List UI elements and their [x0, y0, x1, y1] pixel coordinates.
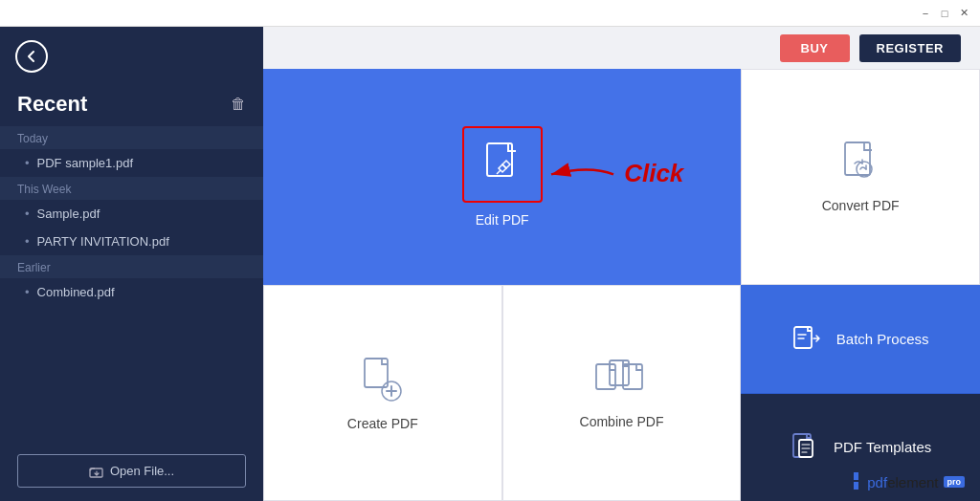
convert-pdf-icon — [839, 141, 881, 188]
batch-process-card[interactable]: Batch Process — [741, 285, 980, 393]
section-today: Today — [0, 126, 263, 149]
brand-logo: pdfelement pro — [843, 472, 965, 491]
trash-icon[interactable]: 🗑 — [231, 96, 246, 113]
svg-rect-3 — [845, 142, 870, 175]
click-annotation: Click — [542, 159, 683, 188]
buy-button[interactable]: BUY — [780, 34, 850, 62]
feature-grid: Edit PDF Click — [263, 69, 980, 501]
edit-icon-box — [462, 126, 543, 203]
back-button[interactable] — [15, 40, 48, 73]
main-content: BUY REGISTER Edit PDF — [263, 27, 980, 501]
open-file-button[interactable]: Open File... — [17, 454, 246, 488]
batch-process-icon — [792, 323, 823, 354]
open-file-icon — [89, 465, 104, 478]
open-file-label: Open File... — [110, 464, 174, 478]
create-pdf-icon — [359, 355, 407, 406]
register-button[interactable]: REGISTER — [859, 34, 961, 62]
file-item-combined[interactable]: Combined.pdf — [0, 278, 263, 306]
top-bar: BUY REGISTER — [263, 27, 980, 69]
minimize-button[interactable]: − — [917, 5, 934, 22]
svg-rect-5 — [365, 359, 388, 387]
combine-pdf-label: Combine PDF — [580, 414, 664, 429]
click-text: Click — [624, 159, 683, 188]
brand-name: pdfelement — [867, 474, 938, 490]
maximize-button[interactable]: □ — [936, 5, 953, 22]
last-column: Batch Process PDF Templates — [741, 285, 980, 501]
edit-pdf-label: Edit PDF — [476, 212, 529, 228]
create-pdf-label: Create PDF — [347, 416, 418, 431]
pdf-templates-label: PDF Templates — [834, 439, 931, 455]
brand-pdf: pdf — [867, 474, 887, 490]
sidebar-header: Recent 🗑 — [0, 86, 263, 126]
back-icon — [25, 50, 38, 63]
app-container: Recent 🗑 Today PDF sample1.pdf This Week… — [0, 27, 980, 501]
brand-pro-badge: pro — [944, 476, 966, 488]
edit-pdf-icon — [481, 142, 523, 187]
brand-logo-icon — [843, 472, 864, 491]
sidebar-top — [0, 27, 263, 86]
click-arrow-icon — [542, 160, 618, 188]
close-button[interactable]: ✕ — [955, 5, 972, 22]
svg-rect-16 — [854, 472, 858, 480]
sidebar-title: Recent — [17, 92, 87, 117]
convert-pdf-label: Convert PDF — [822, 198, 900, 213]
title-bar: − □ ✕ — [0, 0, 980, 27]
file-item-sample[interactable]: Sample.pdf — [0, 200, 263, 228]
brand-footer: pdfelement pro — [843, 472, 965, 491]
combine-pdf-icon — [594, 357, 648, 404]
pdf-templates-icon — [790, 432, 820, 463]
edit-pdf-card[interactable]: Edit PDF Click — [263, 69, 741, 285]
sidebar: Recent 🗑 Today PDF sample1.pdf This Week… — [0, 27, 263, 501]
convert-pdf-card[interactable]: Convert PDF — [741, 69, 980, 285]
batch-process-label: Batch Process — [836, 331, 929, 347]
svg-rect-15 — [843, 476, 852, 488]
brand-element: element — [887, 474, 938, 490]
file-item-pdf-sample1[interactable]: PDF sample1.pdf — [0, 149, 263, 177]
section-this-week: This Week — [0, 177, 263, 200]
combine-pdf-card[interactable]: Combine PDF — [502, 285, 742, 501]
file-item-party-invitation[interactable]: PARTY INVITATION.pdf — [0, 228, 263, 255]
svg-rect-17 — [854, 482, 858, 490]
create-pdf-card[interactable]: Create PDF — [263, 285, 502, 501]
section-earlier: Earlier — [0, 255, 263, 278]
